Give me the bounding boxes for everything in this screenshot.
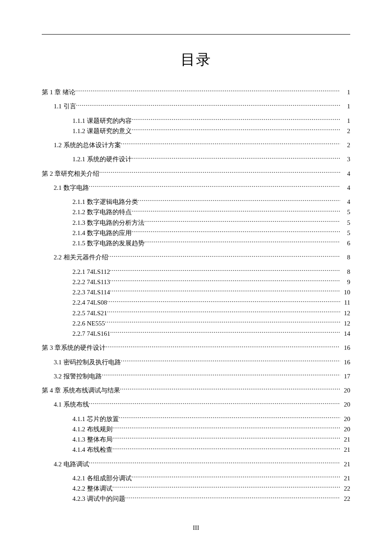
- toc-entry[interactable]: 2.2.7 74LS16114: [42, 329, 350, 339]
- toc-entry[interactable]: 2.2.6 NE55512: [42, 319, 350, 328]
- toc-entry-label: 1.2 系统的总体设计方案: [54, 140, 121, 150]
- toc-entry[interactable]: 2.2.4 74LS0811: [42, 298, 350, 308]
- toc-entry[interactable]: 第 2 章研究相关介绍4: [42, 169, 350, 179]
- toc-entry-page: 8: [340, 267, 350, 277]
- toc-leader-dots: [102, 372, 340, 378]
- toc-entry-label: 4.1.2 布线规则: [72, 424, 112, 434]
- toc-entry-page: 12: [340, 308, 350, 318]
- toc-entry[interactable]: 第 3 章系统的硬件设计16: [42, 343, 350, 353]
- top-rule: [42, 34, 350, 35]
- toc-entry-page: 4: [340, 169, 350, 179]
- toc-entry-page: 16: [340, 357, 350, 367]
- toc-entry-label: 3.1 密码控制及执行电路: [54, 357, 121, 367]
- toc-entry-label: 2.2.3 74LS114: [72, 288, 110, 297]
- toc-entry-page: 5: [340, 228, 350, 238]
- toc-entry-page: 2: [340, 140, 350, 150]
- toc-entry-label: 2.1.4 数字电路的应用: [72, 228, 132, 238]
- toc-entry[interactable]: 2.1.5 数字电路的发展趋势6: [42, 238, 350, 248]
- toc-entry[interactable]: 4.1 系统布线20: [42, 400, 350, 410]
- toc-entry-page: 1: [340, 102, 350, 111]
- toc-entry-label: 2.2.6 NE555: [72, 319, 105, 328]
- toc-entry[interactable]: 2.2 相关元器件介绍8: [42, 253, 350, 262]
- toc-entry-label: 1.1 引言: [54, 102, 76, 111]
- toc-leader-dots: [132, 116, 340, 123]
- toc-leader-dots: [119, 415, 340, 421]
- toc-leader-dots: [110, 267, 340, 274]
- toc-entry-label: 4.2.2 整体调试: [72, 484, 112, 494]
- toc-leader-dots: [112, 425, 340, 431]
- toc-entry[interactable]: 4.1.2 布线规则20: [42, 424, 350, 434]
- toc-entry-label: 2.2.2 74LS113: [72, 277, 110, 287]
- toc-entry-label: 1.1.1 课题研究的内容: [72, 116, 132, 126]
- toc-leader-dots: [132, 127, 340, 133]
- toc-entry-label: 4.1.4 布线检查: [72, 445, 112, 455]
- toc-entry[interactable]: 4.1.3 整体布局21: [42, 435, 350, 445]
- toc-entry[interactable]: 2.2.2 74LS1139: [42, 277, 350, 287]
- toc-entry[interactable]: 第 4 章 系统布线调试与结果20: [42, 386, 350, 395]
- toc-entry[interactable]: 1.2.1 系统的硬件设计3: [42, 154, 350, 164]
- toc-entry-label: 2.1.2 数字电路的特点: [72, 207, 132, 217]
- toc-entry-page: 1: [340, 116, 350, 126]
- toc-entry-label: 第 3 章系统的硬件设计: [42, 343, 106, 353]
- toc-entry[interactable]: 4.2.1 各组成部分调试21: [42, 474, 350, 483]
- toc-entry[interactable]: 2.1.1 数字逻辑电路分类4: [42, 197, 350, 207]
- toc-entry[interactable]: 1.1.1 课题研究的内容1: [42, 116, 350, 126]
- toc-entry[interactable]: 4.2.3 调试中的问题22: [42, 494, 350, 504]
- toc-leader-dots: [121, 141, 340, 147]
- toc-entry-label: 3.2 报警控制电路: [54, 372, 102, 381]
- toc-entry-label: 1.1.2 课题研究的意义: [72, 126, 132, 136]
- toc-entry-page: 10: [340, 288, 350, 297]
- toc-leader-dots: [125, 494, 340, 501]
- toc-leader-dots: [99, 169, 340, 176]
- toc-entry-label: 2.1.3 数字电路的分析方法: [72, 218, 144, 228]
- toc-entry-page: 22: [340, 494, 350, 504]
- page-title: 目录: [42, 50, 350, 70]
- toc-entry[interactable]: 2.2.3 74LS11410: [42, 288, 350, 297]
- toc-entry[interactable]: 2.2.5 74LS2112: [42, 308, 350, 318]
- toc-entry-label: 2.1.1 数字逻辑电路分类: [72, 197, 138, 207]
- toc-leader-dots: [132, 474, 340, 480]
- toc-entry-page: 12: [340, 319, 350, 328]
- toc-entry-label: 1.2.1 系统的硬件设计: [72, 154, 132, 164]
- toc-entry-page: 21: [340, 474, 350, 483]
- toc-entry[interactable]: 1.1 引言1: [42, 102, 350, 111]
- toc-leader-dots: [89, 183, 340, 190]
- toc-entry-page: 5: [340, 207, 350, 217]
- toc-entry[interactable]: 2.1.2 数字电路的特点5: [42, 207, 350, 217]
- toc-entry[interactable]: 1.2 系统的总体设计方案2: [42, 140, 350, 150]
- toc-leader-dots: [121, 358, 340, 364]
- toc-entry-label: 4.1.1 芯片的放置: [72, 414, 119, 424]
- toc-entry-page: 8: [340, 253, 350, 262]
- toc-entry[interactable]: 2.2.1 74LS1128: [42, 267, 350, 277]
- toc-entry[interactable]: 2.1.3 数字电路的分析方法5: [42, 218, 350, 228]
- toc-entry[interactable]: 1.1.2 课题研究的意义2: [42, 126, 350, 136]
- toc-entry[interactable]: 第 1 章 绪论1: [42, 87, 350, 97]
- toc-leader-dots: [112, 484, 340, 491]
- toc-entry[interactable]: 2.1.4 数字电路的应用5: [42, 228, 350, 238]
- toc-entry-label: 4.1.3 整体布局: [72, 435, 112, 445]
- toc-entry[interactable]: 4.1.1 芯片的放置20: [42, 414, 350, 424]
- toc-entry-page: 21: [340, 459, 350, 469]
- toc-entry[interactable]: 4.2.2 整体调试22: [42, 484, 350, 494]
- toc-leader-dots: [144, 218, 340, 225]
- toc-entry-page: 21: [340, 435, 350, 445]
- toc-entry-label: 4.2.1 各组成部分调试: [72, 474, 132, 483]
- toc-leader-dots: [89, 400, 340, 407]
- toc-leader-dots: [120, 386, 340, 392]
- toc-entry[interactable]: 4.2 电路调试21: [42, 459, 350, 469]
- toc-entry[interactable]: 2.1 数字电路4: [42, 183, 350, 193]
- toc-leader-dots: [106, 343, 340, 350]
- toc-entry-label: 2.2 相关元器件介绍: [54, 253, 108, 262]
- toc-entry[interactable]: 3.2 报警控制电路17: [42, 372, 350, 381]
- page-number: III: [0, 524, 392, 532]
- toc-entry[interactable]: 3.1 密码控制及执行电路16: [42, 357, 350, 367]
- toc-entry-label: 4.2.3 调试中的问题: [72, 494, 125, 504]
- toc-leader-dots: [105, 319, 340, 325]
- toc-entry-label: 2.1 数字电路: [54, 183, 89, 193]
- toc-leader-dots: [138, 198, 340, 204]
- toc-entry-page: 6: [340, 238, 350, 248]
- toc-entry-page: 20: [340, 414, 350, 424]
- toc-leader-dots: [110, 288, 340, 294]
- toc-entry[interactable]: 4.1.4 布线检查21: [42, 445, 350, 455]
- toc-leader-dots: [132, 229, 340, 235]
